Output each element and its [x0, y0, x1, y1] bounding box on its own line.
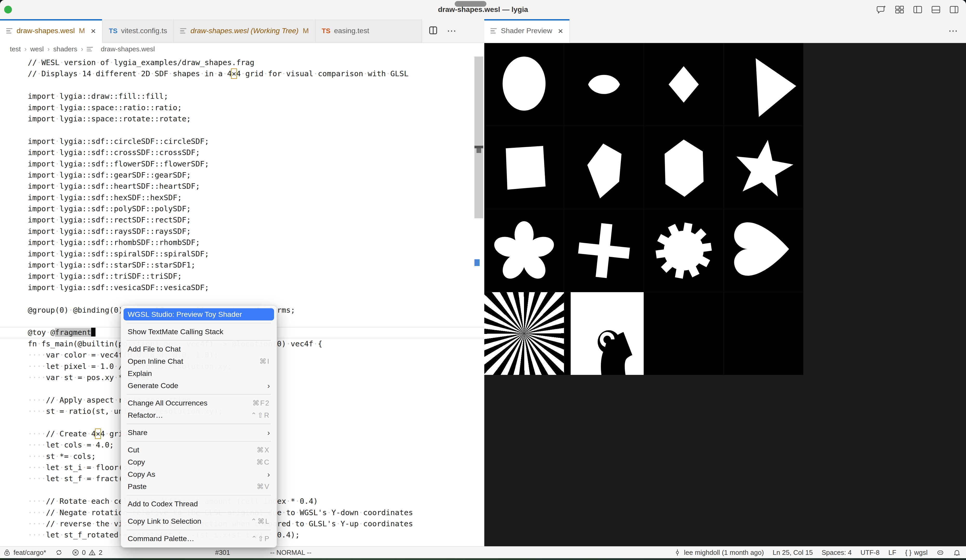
- notifications-item[interactable]: [953, 549, 961, 557]
- toggle-sidebar-icon[interactable]: [913, 5, 923, 15]
- shader-canvas: [484, 43, 803, 375]
- more-actions-icon[interactable]: ⋯: [447, 25, 457, 36]
- menu-item-label: Open Inline Chat: [128, 357, 259, 365]
- menu-item[interactable]: Explain: [123, 367, 274, 380]
- menu-item-label: Copy As: [128, 470, 267, 478]
- cursor-position[interactable]: Ln 25, Col 15: [773, 549, 813, 557]
- git-blame-item[interactable]: lee mighdoll (1 month ago): [674, 549, 764, 557]
- preview-cell-triangle: [724, 43, 804, 126]
- menu-separator: [127, 394, 271, 395]
- preview-cell-empty: [644, 292, 724, 375]
- menu-item-label: WGSL Studio: Preview Toy Shader: [128, 310, 270, 319]
- scrollbar-thumb[interactable]: [475, 57, 483, 218]
- menu-item-shortcut: ⌘I: [259, 357, 270, 365]
- issue-item[interactable]: #301: [215, 549, 230, 557]
- editor-scrollbar[interactable]: [475, 54, 483, 547]
- code-line[interactable]: import·lygia::sdf::triSDF::triSDF;: [0, 271, 484, 282]
- tab-vitest-config[interactable]: TS vitest.config.ts: [102, 19, 174, 43]
- menu-item[interactable]: Share›: [123, 426, 274, 439]
- code-line[interactable]: import·lygia::sdf::vesicaSDF::vesicaSDF;: [0, 282, 484, 293]
- menu-item[interactable]: Add to Codex Thread: [123, 498, 274, 510]
- language-mode[interactable]: { } wgsl: [905, 549, 928, 557]
- menu-item[interactable]: Paste⌘V: [123, 480, 274, 493]
- code-line[interactable]: //·WESL·version·of·lygia_examples/draw_s…: [0, 57, 484, 68]
- code-line[interactable]: import·lygia::sdf::rhombSDF::rhombSDF;: [0, 237, 484, 248]
- chat-sparkle-icon[interactable]: [876, 5, 887, 15]
- menu-item[interactable]: Add File to Chat: [123, 343, 274, 355]
- file-icon: [491, 27, 497, 35]
- customize-layout-icon[interactable]: [894, 5, 905, 15]
- menu-item[interactable]: Copy⌘C: [123, 456, 274, 468]
- close-icon[interactable]: ×: [558, 26, 563, 35]
- tab-shader-preview[interactable]: Shader Preview ×: [484, 19, 570, 43]
- typescript-test-icon: TS: [322, 27, 330, 35]
- preview-cell-gear: [644, 209, 724, 292]
- menu-item-shortcut: ⌘C: [256, 458, 270, 467]
- tab-draw-shapes-working-tree[interactable]: draw-shapes.wesl (Working Tree) M: [174, 19, 315, 43]
- indentation[interactable]: Spaces: 4: [822, 549, 852, 557]
- breadcrumb-file[interactable]: draw-shapes.wesl: [101, 45, 155, 53]
- code-line[interactable]: import·lygia::sdf::raysSDF::raysSDF;: [0, 226, 484, 237]
- modified-badge: M: [302, 27, 309, 35]
- branch-item[interactable]: feat/cargo*: [3, 549, 46, 557]
- close-icon[interactable]: ×: [90, 26, 96, 35]
- error-icon: [72, 549, 79, 557]
- code-line[interactable]: import·lygia::space::rotate::rotate;: [0, 113, 484, 124]
- code-line[interactable]: import·lygia::sdf::circleSDF::circleSDF;: [0, 136, 484, 147]
- code-line[interactable]: import·lygia::sdf::hexSDF::hexSDF;: [0, 192, 484, 203]
- code-line[interactable]: import·lygia::draw::fill::fill;: [0, 91, 484, 102]
- desktop-strip: [0, 558, 966, 560]
- toggle-panel-icon[interactable]: [931, 5, 941, 15]
- menu-item-label: Paste: [128, 482, 257, 491]
- code-line[interactable]: [0, 124, 484, 136]
- code-line[interactable]: import·lygia::sdf::gearSDF::gearSDF;: [0, 170, 484, 181]
- problems-item[interactable]: 0 2: [72, 549, 102, 557]
- breadcrumb[interactable]: test › wesl › shaders › draw-shapes.wesl: [0, 43, 484, 55]
- tab-draw-shapes[interactable]: draw-shapes.wesl M ×: [0, 19, 102, 43]
- menu-item[interactable]: Cut⌘X: [123, 444, 274, 456]
- copilot-item[interactable]: [936, 549, 944, 557]
- more-actions-icon[interactable]: ⋯: [948, 25, 958, 36]
- menu-item[interactable]: Command Palette…⌃⇧P: [123, 532, 274, 545]
- menu-item[interactable]: Show TextMate Calling Stack: [123, 326, 274, 338]
- preview-cell-empty: [724, 292, 804, 375]
- code-line[interactable]: //·Displays·14·different·2D·SDF·shapes·i…: [0, 68, 484, 79]
- code-line[interactable]: import·lygia::sdf::flowerSDF::flowerSDF;: [0, 159, 484, 170]
- sync-item[interactable]: [55, 549, 63, 557]
- code-line[interactable]: import·lygia::space::ratio::ratio;: [0, 102, 484, 113]
- menu-item-shortcut: ⌘X: [257, 446, 270, 454]
- code-line[interactable]: import·lygia::sdf::crossSDF::crossSDF;: [0, 147, 484, 158]
- code-line[interactable]: [0, 80, 484, 91]
- menu-separator: [127, 441, 271, 442]
- menu-item[interactable]: Change All Occurrences⌘F2: [123, 397, 274, 409]
- menu-item[interactable]: Open Inline Chat⌘I: [123, 355, 274, 367]
- toggle-secondary-sidebar-icon[interactable]: [949, 5, 959, 15]
- shader-preview-pane: Shader Preview × ⋯: [484, 19, 966, 547]
- menu-item[interactable]: Refactor…⌃⇧R: [123, 409, 274, 421]
- split-editor-icon[interactable]: [428, 25, 438, 36]
- tab-label: Shader Preview: [501, 27, 552, 35]
- menu-item[interactable]: Copy As›: [123, 468, 274, 480]
- menu-item[interactable]: Generate Code›: [123, 380, 274, 392]
- encoding[interactable]: UTF-8: [860, 549, 880, 557]
- tab-easing-test[interactable]: TS easing.test: [315, 19, 422, 43]
- overview-ruler-marker: [475, 146, 483, 148]
- menu-item[interactable]: WGSL Studio: Preview Toy Shader: [123, 308, 274, 321]
- submenu-arrow-icon: ›: [267, 470, 270, 479]
- code-line[interactable]: import·lygia::sdf::spiralSDF::spiralSDF;: [0, 248, 484, 260]
- menu-separator: [127, 340, 271, 341]
- file-icon: [87, 46, 94, 52]
- breadcrumb-segment[interactable]: wesl: [30, 45, 44, 53]
- code-line[interactable]: import·lygia::sdf::heartSDF::heartSDF;: [0, 181, 484, 192]
- preview-cell-cross: [564, 209, 644, 292]
- breadcrumb-segment[interactable]: shaders: [53, 45, 77, 53]
- code-line[interactable]: [0, 293, 484, 305]
- code-line[interactable]: import·lygia::sdf::starSDF::starSDF1;: [0, 260, 484, 271]
- code-line[interactable]: import·lygia::sdf::rectSDF::rectSDF;: [0, 215, 484, 226]
- vscode-window: draw-shapes.wesl — lygia draw-shapes.wes…: [0, 0, 966, 560]
- preview-cell-spiral: [564, 292, 644, 375]
- eol[interactable]: LF: [889, 549, 896, 557]
- menu-item[interactable]: Copy Link to Selection⌃⌘L: [123, 515, 274, 527]
- code-line[interactable]: import·lygia::sdf::polySDF::polySDF;: [0, 203, 484, 215]
- breadcrumb-segment[interactable]: test: [10, 45, 21, 53]
